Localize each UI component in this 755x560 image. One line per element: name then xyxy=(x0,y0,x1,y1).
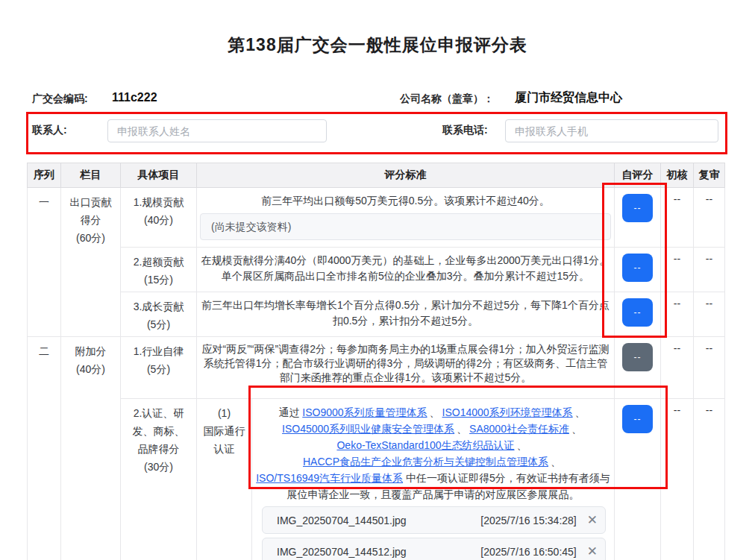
company-name-value: 厦门市经贸信息中心 xyxy=(515,90,622,106)
cert-separator: 、 xyxy=(551,456,561,468)
uploaded-file-item: IMG_20250704_144501.jpg [2025/7/16 15:34… xyxy=(262,506,606,534)
criteria-cell: 前三年平均出口额每50万美元得0.5分。该项累计不超过40分。 (尚未提交该资料… xyxy=(197,188,615,248)
remove-file-icon[interactable]: ✕ xyxy=(587,545,598,558)
file-timestamp: [2025/7/16 16:50:45] xyxy=(480,546,576,558)
sub-item-cell: (1) 国际通行 认证 xyxy=(197,399,252,560)
criteria-cell: 在规模贡献得分满40分（即4000万美元）的基础上，企业每多出2000万美元出口… xyxy=(197,248,615,292)
seq-cell: 一 xyxy=(28,188,61,337)
table-row: 2.认证、研 发、商标、 品牌得分 (30分) (1) 国际通行 认证 通过 I… xyxy=(28,399,725,560)
cert-link-iso45000[interactable]: ISO45000系列职业健康安全管理体系 xyxy=(282,423,454,435)
criteria-text: 前三年平均出口额每50万美元得0.5分。该项累计不超过40分。 xyxy=(200,193,611,209)
self-score-button[interactable]: -- xyxy=(622,298,653,327)
contact-name-label: 联系人: xyxy=(32,124,67,137)
table-row: 一 出口贡献 得分 (60分) 1.规模贡献 (40分) 前三年平均出口额每50… xyxy=(28,188,725,248)
cert-separator: 、 xyxy=(517,439,527,451)
review-value: -- xyxy=(694,292,725,337)
self-score-cell: -- xyxy=(615,337,661,399)
page-title: 第138届广交会一般性展位申报评分表 xyxy=(0,34,755,57)
scoring-table: 序列 栏目 具体项目 评分标准 自评分 初核 复审 一 出口贡献 得分 (60分… xyxy=(27,163,725,560)
table-row: 二 附加分 (40分) 1.行业自律 (5分) 应对“两反”“两保”调查得2分；… xyxy=(28,337,725,399)
review-value: -- xyxy=(694,188,725,248)
self-score-button[interactable]: -- xyxy=(622,194,653,222)
criteria-cell: 前三年出口年均增长率每增长1个百分点得0.5分，累计加分不超过5分，每下降1个百… xyxy=(197,292,615,337)
initial-check-value: -- xyxy=(661,399,694,560)
initial-check-value: -- xyxy=(661,248,694,292)
cert-link-iso14000[interactable]: ISO14000系列环境管理体系 xyxy=(442,406,573,418)
file-timestamp: [2025/7/16 15:34:28] xyxy=(480,515,576,526)
category-cell: 出口贡献 得分 (60分) xyxy=(61,188,121,337)
cert-prefix: 通过 xyxy=(278,406,302,418)
header-seq: 序列 xyxy=(28,163,61,188)
cert-separator: 、 xyxy=(430,406,440,418)
cert-link-iso9000[interactable]: ISO9000系列质量管理体系 xyxy=(302,406,427,418)
header-item: 具体项目 xyxy=(121,163,197,188)
review-value: -- xyxy=(694,248,725,292)
header-self-score: 自评分 xyxy=(615,163,661,188)
company-name-label: 公司名称（盖章）： xyxy=(400,92,494,106)
contact-name-input[interactable] xyxy=(107,119,327,142)
seq-cell: 二 xyxy=(28,337,61,560)
self-score-button[interactable]: -- xyxy=(622,405,653,433)
no-material-note: (尚未提交该资料) xyxy=(200,213,611,240)
header-criteria: 评分标准 xyxy=(197,163,615,188)
self-score-cell: -- xyxy=(615,399,661,560)
review-value: -- xyxy=(694,337,725,399)
category-cell: 附加分 (40分) xyxy=(61,337,121,560)
table-row: 2.超额贡献 (15分) 在规模贡献得分满40分（即4000万美元）的基础上，企… xyxy=(28,248,725,292)
cert-separator: 、 xyxy=(457,423,467,435)
initial-check-value: -- xyxy=(661,188,694,248)
initial-check-value: -- xyxy=(661,337,694,399)
cert-link-sa8000[interactable]: SA8000社会责任标准 xyxy=(469,423,569,435)
criteria-cell: 通过 ISO9000系列质量管理体系、ISO14000系列环境管理体系、ISO4… xyxy=(252,399,615,560)
cert-link-ts16949[interactable]: ISO/TS16949汽车行业质量体系 xyxy=(256,472,403,484)
initial-check-value: -- xyxy=(661,292,694,337)
item-cell: 2.超额贡献 (15分) xyxy=(121,248,197,292)
self-score-cell: -- xyxy=(615,292,661,337)
item-cell: 2.认证、研 发、商标、 品牌得分 (30分) xyxy=(121,399,197,560)
table-row: 3.成长贡献 (5分) 前三年出口年均增长率每增长1个百分点得0.5分，累计加分… xyxy=(28,292,725,337)
remove-file-icon[interactable]: ✕ xyxy=(587,514,598,526)
criteria-cell: 应对“两反”“两保”调查得2分；每参加商务局主办的1场重点展会得1分；加入外贸运… xyxy=(197,337,615,399)
item-cell: 3.成长贡献 (5分) xyxy=(121,292,197,337)
fair-code-label: 广交会编码: xyxy=(32,92,88,106)
header-initial-check: 初核 xyxy=(661,163,694,188)
cert-separator: 、 xyxy=(571,423,582,435)
cert-link-oekotex[interactable]: Oeko-TexStandard100生态纺织品认证 xyxy=(336,439,514,451)
table-header-row: 序列 栏目 具体项目 评分标准 自评分 初核 复审 xyxy=(28,163,725,188)
file-name: IMG_20250704_144501.jpg xyxy=(277,515,407,526)
page: 第138届广交会一般性展位申报评分表 广交会编码: 111c222 公司名称（盖… xyxy=(0,0,755,560)
file-name: IMG_20250704_144512.jpg xyxy=(277,546,407,558)
self-score-button-disabled[interactable]: -- xyxy=(622,343,653,371)
item-cell: 1.规模贡献 (40分) xyxy=(121,188,197,248)
cert-separator: 、 xyxy=(575,406,586,418)
self-score-cell: -- xyxy=(615,188,661,248)
certification-paragraph: 通过 ISO9000系列质量管理体系、ISO14000系列环境管理体系、ISO4… xyxy=(255,404,611,503)
header-category: 栏目 xyxy=(61,163,121,188)
cert-link-haccp[interactable]: HACCP食品生产企业危害分析与关键控制点管理体系 xyxy=(303,456,548,468)
uploaded-file-item: IMG_20250704_144512.jpg [2025/7/16 16:50… xyxy=(262,538,606,560)
contact-phone-label: 联系电话: xyxy=(442,124,488,137)
review-value: -- xyxy=(694,399,725,560)
self-score-button[interactable]: -- xyxy=(622,254,653,282)
item-cell: 1.行业自律 (5分) xyxy=(121,337,197,399)
fair-code-value: 111c222 xyxy=(112,91,157,104)
contact-phone-input[interactable] xyxy=(505,119,718,142)
header-review: 复审 xyxy=(694,163,725,188)
self-score-cell: -- xyxy=(615,248,661,292)
